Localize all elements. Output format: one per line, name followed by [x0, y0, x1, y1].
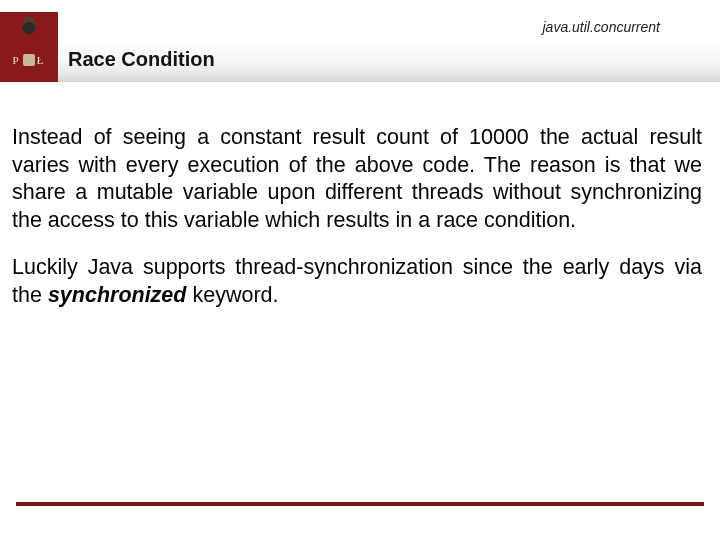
institution-logo: P Ł: [0, 38, 58, 82]
shield-icon: [23, 54, 35, 66]
slide-title: Race Condition: [58, 38, 720, 82]
paragraph-1: Instead of seeing a constant result coun…: [12, 124, 702, 234]
flame-icon: [22, 16, 36, 34]
footer-divider: [16, 502, 704, 506]
slide-body: Instead of seeing a constant result coun…: [0, 82, 720, 309]
slide: java.util.concurrent P Ł Race Condition …: [0, 0, 720, 540]
paragraph-2: Luckily Java supports thread-synchroniza…: [12, 254, 702, 309]
logo-letters: P Ł: [13, 54, 46, 66]
logo-letter-right: Ł: [37, 54, 46, 66]
title-bar: P Ł Race Condition: [0, 38, 720, 82]
package-label: java.util.concurrent: [58, 3, 660, 35]
top-bar: java.util.concurrent: [0, 0, 720, 38]
paragraph-2-tail: keyword.: [186, 283, 278, 307]
logo-top-emblem: [0, 12, 58, 38]
keyword-synchronized: synchronized: [48, 283, 187, 307]
logo-letter-left: P: [13, 54, 21, 66]
